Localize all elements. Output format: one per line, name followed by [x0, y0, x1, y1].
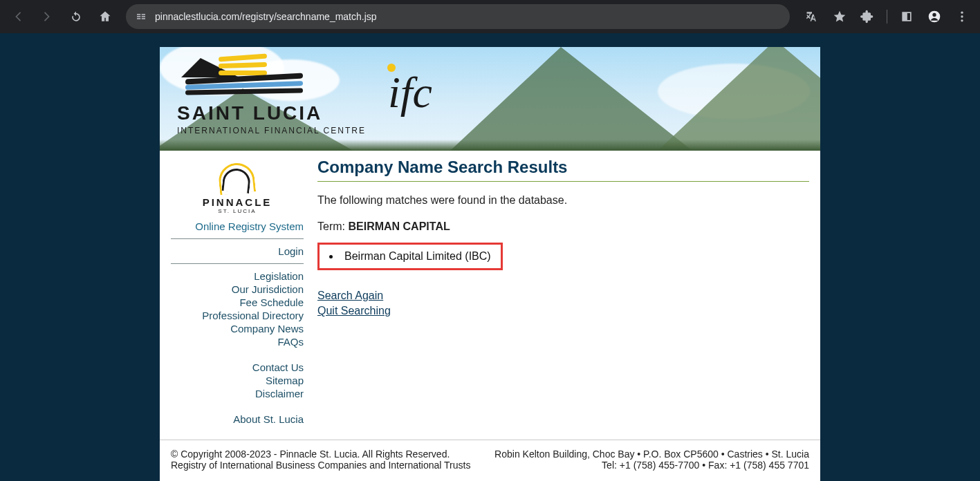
- sidebar-link-news[interactable]: Company News: [171, 322, 304, 335]
- toolbar-right: [794, 4, 974, 29]
- url-text: pinnaclestlucia.com/registry/searchname_…: [155, 11, 782, 22]
- bookmark-star-icon[interactable]: [827, 4, 852, 29]
- sidebar-system-title: Online Registry System: [171, 220, 304, 233]
- forward-icon[interactable]: [35, 4, 59, 29]
- extensions-icon[interactable]: [855, 4, 880, 29]
- results-list: Beirman Capital Limited (IBC): [329, 250, 491, 263]
- sidebar: PINNACLE ST. LUCIA Online Registry Syste…: [171, 158, 304, 426]
- sidebar-link-login[interactable]: Login: [171, 245, 304, 258]
- term-label: Term:: [317, 220, 348, 232]
- decor-mountain: [450, 47, 692, 151]
- pinnacle-mark-icon: [213, 162, 261, 195]
- decor-mountain: [658, 47, 820, 151]
- brand-title: SAINT LUCIA: [177, 102, 366, 124]
- result-item: Beirman Capital Limited (IBC): [329, 250, 491, 263]
- ifc-text: ifc: [388, 68, 432, 117]
- footer-copyright: © Copyright 2008-2023 - Pinnacle St. Luc…: [171, 449, 470, 460]
- svg-point-2: [961, 12, 963, 14]
- brand-subtitle: INTERNATIONAL FINANCIAL CENTRE: [177, 126, 366, 135]
- ifc-dot-icon: [387, 64, 396, 72]
- sidebar-link-jurisdiction[interactable]: Our Jurisdiction: [171, 283, 304, 296]
- toolbar-separator: [887, 10, 887, 23]
- sidebar-link-sitemap[interactable]: Sitemap: [171, 374, 304, 387]
- kebab-menu-icon[interactable]: [950, 4, 974, 29]
- browser-chrome: pinnaclestlucia.com/registry/searchname_…: [0, 0, 980, 33]
- sidebar-link-directory[interactable]: Professional Directory: [171, 309, 304, 322]
- page-canvas: SAINT LUCIA INTERNATIONAL FINANCIAL CENT…: [0, 33, 980, 481]
- site-info-icon[interactable]: [134, 10, 148, 23]
- sidebar-link-about[interactable]: About St. Lucia: [171, 413, 304, 426]
- page-title: Company Name Search Results: [317, 158, 809, 182]
- svg-point-4: [961, 19, 963, 21]
- pinnacle-name: PINNACLE: [203, 196, 272, 208]
- address-bar[interactable]: pinnaclestlucia.com/registry/searchname_…: [126, 4, 790, 29]
- term-line: Term: BEIRMAN CAPITAL: [317, 220, 809, 233]
- home-icon[interactable]: [93, 4, 118, 29]
- back-icon[interactable]: [6, 4, 30, 29]
- sidebar-link-disclaimer[interactable]: Disclaimer: [171, 387, 304, 400]
- reload-icon[interactable]: [64, 4, 89, 29]
- sidebar-group-info: Contact Us Sitemap Disclaimer: [171, 361, 304, 400]
- term-value: BEIRMAN CAPITAL: [348, 220, 450, 232]
- main: Company Name Search Results The followin…: [317, 158, 809, 426]
- sidebar-link-legislation[interactable]: Legislation: [171, 270, 304, 283]
- logo-icon: [177, 58, 308, 98]
- result-highlight-box: Beirman Capital Limited (IBC): [317, 243, 503, 270]
- translate-icon[interactable]: [799, 4, 824, 29]
- decor-ground: [160, 140, 820, 151]
- svg-point-3: [961, 15, 963, 17]
- footer-left: © Copyright 2008-2023 - Pinnacle St. Luc…: [171, 449, 470, 471]
- footer-contact: Tel: +1 (758) 455-7700 • Fax: +1 (758) 4…: [494, 460, 809, 471]
- profile-avatar-icon[interactable]: [922, 4, 947, 29]
- sidepanel-icon[interactable]: [894, 4, 919, 29]
- footer-address: Robin Kelton Building, Choc Bay • P.O. B…: [494, 449, 809, 460]
- brand-block: SAINT LUCIA INTERNATIONAL FINANCIAL CENT…: [177, 54, 432, 135]
- sidebar-link-contact[interactable]: Contact Us: [171, 361, 304, 374]
- sidebar-group-about: About St. Lucia: [171, 413, 304, 426]
- sidebar-group-main: Legislation Our Jurisdiction Fee Schedul…: [171, 270, 304, 348]
- sidebar-link-faqs[interactable]: FAQs: [171, 335, 304, 348]
- sidebar-divider: [171, 238, 304, 239]
- pinnacle-sub: ST. LUCIA: [218, 208, 256, 214]
- sidebar-link-fee-schedule[interactable]: Fee Schedule: [171, 296, 304, 309]
- svg-point-1: [932, 13, 936, 17]
- sidebar-divider: [171, 263, 304, 264]
- page: SAINT LUCIA INTERNATIONAL FINANCIAL CENT…: [160, 47, 820, 481]
- footer-registry: Registry of International Business Compa…: [171, 460, 470, 471]
- quit-searching-link[interactable]: Quit Searching: [317, 303, 809, 319]
- ifc-logo: ifc: [388, 54, 432, 115]
- sidebar-logo: PINNACLE ST. LUCIA: [171, 162, 304, 214]
- results-intro: The following matches were found in the …: [317, 194, 809, 207]
- footer-right: Robin Kelton Building, Choc Bay • P.O. B…: [494, 449, 809, 471]
- brand-left: SAINT LUCIA INTERNATIONAL FINANCIAL CENT…: [177, 54, 366, 135]
- footer: © Copyright 2008-2023 - Pinnacle St. Luc…: [160, 440, 820, 481]
- search-again-link[interactable]: Search Again: [317, 288, 809, 303]
- content-row: PINNACLE ST. LUCIA Online Registry Syste…: [160, 151, 820, 440]
- header-banner: SAINT LUCIA INTERNATIONAL FINANCIAL CENT…: [160, 47, 820, 151]
- result-actions: Search Again Quit Searching: [317, 288, 809, 319]
